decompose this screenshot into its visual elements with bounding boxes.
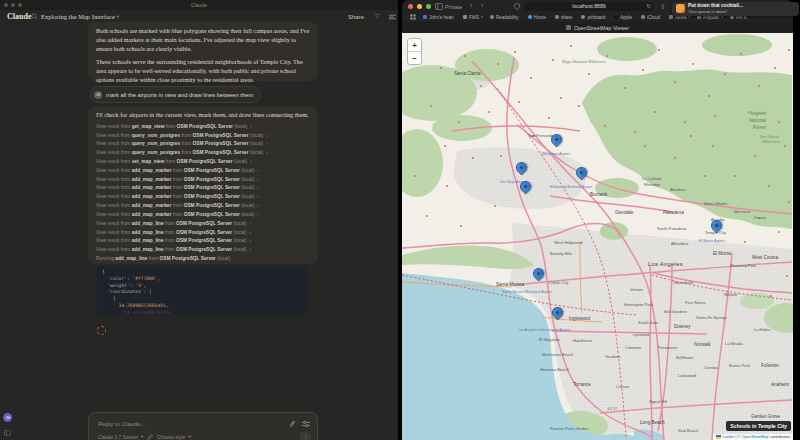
server-name: OSM PostgreSQL Server (184, 212, 240, 217)
poi-dot (674, 81, 676, 83)
profile-avatar[interactable]: JM (3, 413, 12, 422)
tool-result-row[interactable]: View result from query_osm_postgres from… (96, 140, 310, 149)
chat-title[interactable]: Exploring the Map Interface▾ (41, 13, 119, 20)
tool-name: add_map_marker (132, 185, 172, 190)
window-title: Claude (0, 2, 398, 8)
browser-share-icon[interactable]: ⇧ (660, 3, 665, 11)
poi-dot (604, 125, 606, 127)
tool-result-row[interactable]: View result from set_map_view from OSM P… (96, 158, 310, 167)
scope-label: (local) (217, 256, 230, 261)
map-label: Bellflower (676, 355, 693, 360)
bookmark-item[interactable]: Readability (490, 15, 521, 20)
zoom-out-button[interactable]: − (408, 51, 421, 64)
map-label: Santa Monica Municipal Airport (502, 290, 552, 294)
attach-paperclip-icon[interactable] (289, 420, 296, 428)
history-menu-icon[interactable] (389, 14, 396, 20)
privacy-shield-icon[interactable] (514, 3, 520, 10)
map-label: Sierra Madre (704, 201, 727, 206)
attribution-separator: | © (736, 435, 741, 439)
server-name: OSM PostgreSQL Server (192, 133, 248, 138)
chevron-down-icon: ▾ (188, 434, 190, 439)
notification-text: Put down that cocktail... Your queue is … (688, 3, 743, 14)
star-icon[interactable]: ☆ (374, 12, 380, 20)
scope-label: (local) (250, 133, 263, 138)
chat-title-text: Exploring the Map Interface (41, 13, 115, 20)
map-label: Norwalk (694, 342, 711, 347)
bookmark-favicon (490, 15, 494, 19)
bookmark-item[interactable]: Home (528, 15, 548, 20)
bookmark-favicon (641, 15, 645, 19)
leaflet-link[interactable]: Leaflet (723, 435, 734, 439)
poi-dot (770, 295, 772, 297)
poi-dot (464, 55, 466, 57)
poi-dot (494, 205, 496, 207)
map-label: Seal Beach (678, 428, 698, 433)
forward-button[interactable]: › (481, 2, 483, 9)
tool-result-row[interactable]: View result from add_map_marker from OSM… (96, 193, 310, 202)
zoom-window-button[interactable] (426, 4, 431, 9)
bookmarks-grid-icon[interactable] (410, 14, 416, 20)
reply-composer[interactable]: Reply to Claude... Claude 3.7 Sonnet ▾ C… (88, 412, 318, 440)
poi-dot (552, 59, 554, 61)
bookmark-item[interactable]: share (555, 15, 575, 20)
chevron-right-icon: › (257, 168, 259, 173)
map-label: Hermosa Beach (540, 367, 569, 372)
notification-banner[interactable]: Put down that cocktail... Your queue is … (672, 2, 799, 17)
tab-openstreetmap-viewer[interactable]: OpenStreetMap Viewer (574, 25, 629, 31)
map-canvas[interactable]: Santa ClaritaMagic Mountain WildernessAn… (402, 33, 793, 440)
tool-result-row[interactable]: View result from add_map_line from OSM P… (96, 246, 310, 255)
poi-dot (684, 121, 686, 123)
close-window-button[interactable] (408, 4, 413, 9)
chevron-right-icon: › (250, 124, 252, 129)
server-name: OSM PostgreSQL Server (177, 124, 233, 129)
marker-dot (522, 184, 526, 188)
tab-bar: OpenStreetMap Viewer (402, 22, 793, 33)
chat-bubble-icon (31, 13, 38, 20)
minimize-window-button[interactable] (417, 4, 422, 9)
bookmark-item[interactable]: Apple (614, 15, 634, 20)
style-selector[interactable]: Choose style ▾ (157, 434, 190, 440)
tool-result-row[interactable]: View result from add_map_marker from OSM… (96, 167, 310, 176)
bookmark-item[interactable]: iCloud (641, 15, 662, 20)
tool-result-row[interactable]: View result from add_map_marker from OSM… (96, 202, 310, 211)
map-label: El Monte (713, 251, 731, 256)
address-bar[interactable]: localhost:8889 ↻ (524, 2, 654, 11)
reload-icon[interactable]: ↻ (646, 3, 651, 9)
share-button[interactable]: Share (348, 14, 364, 20)
tool-result-row[interactable]: View result from add_map_line from OSM P… (96, 237, 310, 246)
bookmark-item[interactable]: John's heart (423, 15, 456, 20)
zoom-in-button[interactable]: + (408, 39, 421, 51)
tool-result-row[interactable]: View result from add_map_line from OSM P… (96, 220, 310, 229)
tool-result-row[interactable]: View result from add_map_line from OSM P… (96, 229, 310, 238)
code-line: -118.41316899791264, (102, 310, 302, 315)
tool-result-row[interactable]: View result from add_map_marker from OSM… (96, 211, 310, 220)
tool-result-row[interactable]: View result from query_osm_postgres from… (96, 149, 310, 158)
reply-input[interactable]: Reply to Claude... (98, 421, 146, 427)
osm-link[interactable]: OpenStreetMap (742, 435, 769, 439)
from-label: from (173, 212, 183, 217)
url-text: localhost:8889 (572, 3, 605, 9)
user-avatar: JM (94, 91, 102, 99)
settings-sliders-icon[interactable] (302, 420, 310, 428)
poi-dot (714, 115, 716, 117)
map-label: Pico Rivera (685, 300, 705, 305)
sidebar-toggle-icon[interactable] (4, 430, 11, 436)
bookmark-item[interactable]: FWS▾ (463, 15, 483, 20)
map-label: Carson (616, 384, 629, 389)
tool-result-row[interactable]: View result from add_map_marker from OSM… (96, 184, 310, 193)
browser-sidebar-icon[interactable] (435, 3, 443, 10)
back-button[interactable]: ‹ (470, 2, 472, 9)
model-selector[interactable]: Claude 3.7 Sonnet ▾ (98, 434, 143, 440)
tool-result-row[interactable]: View result from add_map_marker from OSM… (96, 176, 310, 185)
bookmark-item[interactable]: pinboard (581, 15, 607, 20)
poi-dot (414, 175, 416, 177)
tool-result-row[interactable]: View result from get_map_view from OSM P… (96, 123, 310, 132)
marker-dot (553, 137, 557, 141)
claude-logo[interactable]: Claude (7, 12, 31, 21)
poi-dot (712, 145, 714, 147)
code-line: 'coordinates': [ (102, 289, 302, 296)
server-name: OSM PostgreSQL Server (192, 150, 248, 155)
send-button[interactable]: ↑ (300, 432, 311, 440)
tool-result-row[interactable]: View result from query_osm_postgres from… (96, 132, 310, 141)
tool-input-code-block[interactable]: { 'color': '#ff7800', 'weight': '3', 'co… (97, 266, 307, 315)
